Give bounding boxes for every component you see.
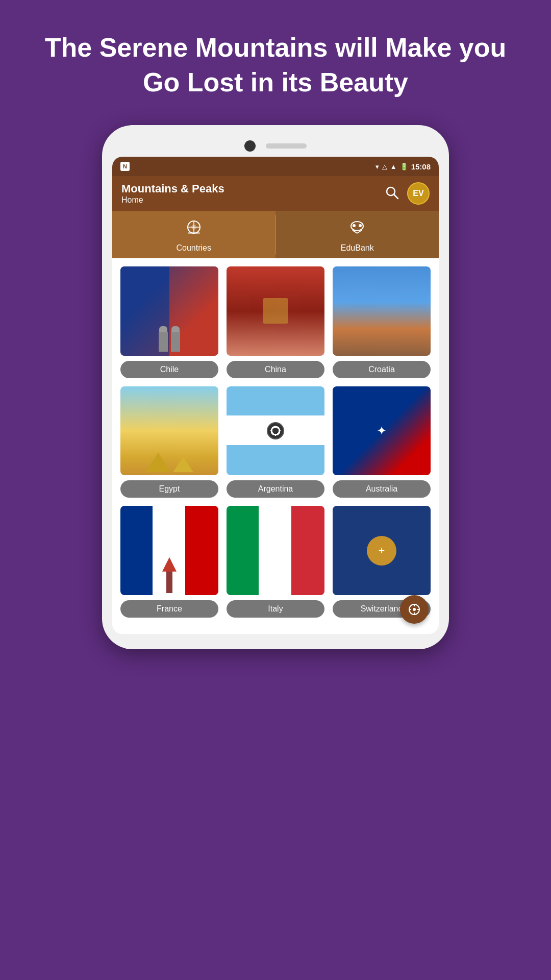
wifi-icon: ▾ bbox=[375, 163, 379, 170]
china-label: China bbox=[227, 361, 324, 378]
front-camera bbox=[244, 140, 256, 152]
country-card-italy[interactable]: Italy bbox=[227, 506, 324, 618]
italy-label: Italy bbox=[227, 600, 324, 618]
countries-tab-label: Countries bbox=[177, 243, 211, 253]
edubank-icon bbox=[347, 218, 367, 242]
country-card-chile[interactable]: Chile bbox=[120, 266, 218, 378]
country-card-china[interactable]: China bbox=[227, 266, 324, 378]
egypt-label: Egypt bbox=[120, 480, 218, 498]
app-bar: Mountains & Peaks Home EV bbox=[112, 176, 439, 211]
svg-rect-6 bbox=[188, 232, 200, 234]
italy-image bbox=[227, 506, 324, 595]
status-right: ▾ △ ▲ 🔋 15:08 bbox=[375, 162, 431, 171]
croatia-label: Croatia bbox=[333, 361, 431, 378]
phone-mockup: N ▾ △ ▲ 🔋 15:08 Mountains & Peaks Home bbox=[102, 125, 449, 649]
tab-countries[interactable]: Countries bbox=[112, 211, 276, 258]
notification-icon: N bbox=[120, 162, 130, 171]
app-subtitle: Home bbox=[121, 195, 224, 205]
app-bar-left: Mountains & Peaks Home bbox=[121, 182, 224, 205]
argentina-image bbox=[227, 386, 324, 476]
status-left: N bbox=[120, 162, 130, 171]
status-bar: N ▾ △ ▲ 🔋 15:08 bbox=[112, 157, 439, 176]
search-button[interactable] bbox=[385, 185, 399, 202]
countries-icon bbox=[184, 218, 204, 242]
fab-button[interactable] bbox=[400, 595, 429, 624]
chile-label: Chile bbox=[120, 361, 218, 378]
france-image bbox=[120, 506, 218, 595]
svg-point-13 bbox=[413, 608, 416, 611]
australia-label: Australia bbox=[333, 480, 431, 498]
country-grid-row3: France Italy + bbox=[120, 506, 431, 618]
page-tagline: The Serene Mountains will Make you Go Lo… bbox=[0, 0, 551, 125]
country-card-argentina[interactable]: Argentina bbox=[227, 386, 324, 498]
phone-speaker bbox=[266, 143, 307, 149]
country-grid-row2: Egypt Argentina ✦ bbox=[120, 386, 431, 498]
egypt-image bbox=[120, 386, 218, 476]
chile-image bbox=[120, 266, 218, 356]
country-grid-row1: Chile China Croatia bbox=[120, 266, 431, 378]
edubank-tab-label: EduBank bbox=[341, 243, 374, 253]
argentina-label: Argentina bbox=[227, 480, 324, 498]
content-area: Chile China Croatia bbox=[112, 258, 439, 634]
country-card-france[interactable]: France bbox=[120, 506, 218, 618]
signal-icon: △ bbox=[382, 163, 387, 170]
australia-image: ✦ bbox=[333, 386, 431, 476]
switzerland-image: + bbox=[333, 506, 431, 595]
tab-bar: Countries EduBank bbox=[112, 211, 439, 258]
france-label: France bbox=[120, 600, 218, 618]
country-card-croatia[interactable]: Croatia bbox=[333, 266, 431, 378]
app-title: Mountains & Peaks bbox=[121, 182, 224, 195]
status-time: 15:08 bbox=[411, 162, 431, 171]
app-bar-right: EV bbox=[385, 182, 430, 205]
svg-line-1 bbox=[394, 194, 398, 199]
ev-badge[interactable]: EV bbox=[407, 182, 430, 205]
country-card-egypt[interactable]: Egypt bbox=[120, 386, 218, 498]
phone-notch bbox=[112, 140, 439, 152]
country-card-australia[interactable]: ✦ Australia bbox=[333, 386, 431, 498]
svg-point-8 bbox=[353, 224, 356, 227]
svg-point-9 bbox=[359, 224, 362, 227]
china-image bbox=[227, 266, 324, 356]
tab-edubank[interactable]: EduBank bbox=[276, 211, 439, 258]
battery-icon: 🔋 bbox=[400, 163, 408, 170]
croatia-image bbox=[333, 266, 431, 356]
phone-screen: N ▾ △ ▲ 🔋 15:08 Mountains & Peaks Home bbox=[112, 157, 439, 634]
signal-full-icon: ▲ bbox=[390, 163, 397, 170]
